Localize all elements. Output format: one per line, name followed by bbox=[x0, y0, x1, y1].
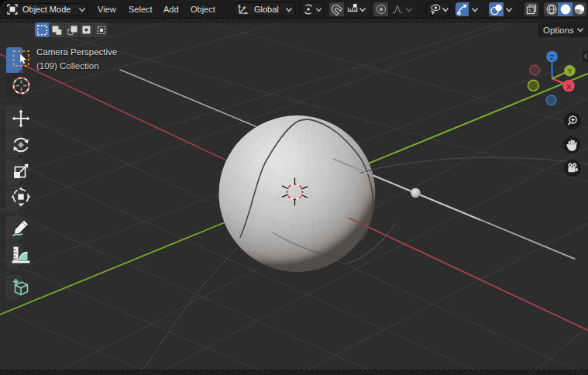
svg-text:Z: Z bbox=[550, 53, 555, 61]
svg-text:Y: Y bbox=[567, 67, 573, 75]
svg-text:X: X bbox=[566, 82, 572, 91]
